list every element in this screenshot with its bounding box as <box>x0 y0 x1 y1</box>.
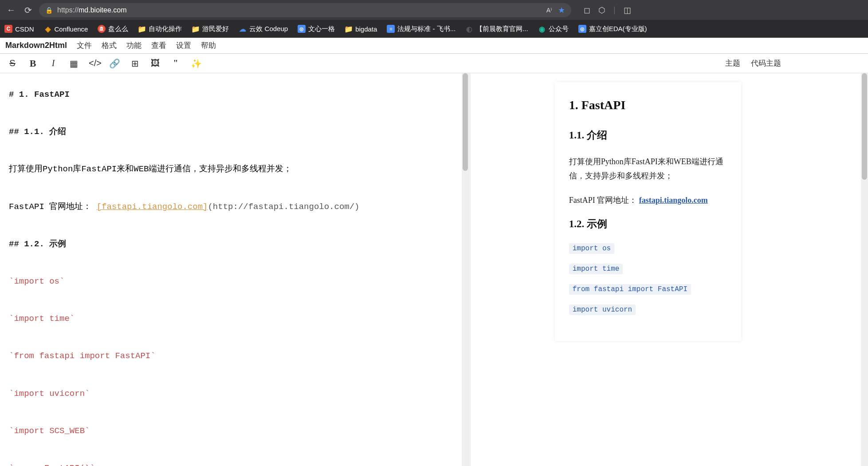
preview-code-line: import time <box>569 264 727 280</box>
folder-icon: 📁 <box>138 25 146 33</box>
table-icon[interactable]: ⊞ <box>130 58 140 69</box>
pan-icon: 盘 <box>98 25 106 33</box>
menu-help[interactable]: 帮助 <box>201 40 216 51</box>
bookmark-gongzhonghao[interactable]: ◉ 公众号 <box>538 25 569 33</box>
bookmark-csdn[interactable]: C CSDN <box>4 25 34 33</box>
read-aloud-icon[interactable]: A⁾ <box>546 7 552 14</box>
editor-line: `from fastapi import FastAPI` <box>9 348 460 364</box>
theme-button[interactable]: 主题 <box>725 58 740 68</box>
preview-scrollbar-thumb[interactable] <box>862 73 867 180</box>
preview-paragraph: 打算使用Python库FastAPI来和WEB端进行通信，支持异步和多线程并发； <box>569 154 727 183</box>
preview-code-line: import os <box>569 243 727 259</box>
csdn-icon: C <box>4 25 12 33</box>
bookmark-jlc[interactable]: ◎ 嘉立创EDA(专业版) <box>578 25 647 33</box>
browser-address-bar: ← ⟳ 🔒 https://md.bioitee.com A⁾ ★ ◻ ⬡ | … <box>0 0 868 20</box>
editor-line <box>9 404 460 420</box>
divider-icon: | <box>613 5 616 15</box>
preview-code-line: import uvicorn <box>569 304 727 320</box>
editor-line: # 1. FastAPI <box>9 87 460 103</box>
editor-line: 打算使用Python库FastAPI来和WEB端进行通信，支持异步和多线程并发； <box>9 161 460 177</box>
editor-line <box>9 105 460 121</box>
bookmark-label: 自动化操作 <box>149 25 182 33</box>
preview-h2-intro: 1.1. 介绍 <box>569 128 727 142</box>
menu-settings[interactable]: 设置 <box>176 40 191 51</box>
preview-code-line: from fastapi import FastAPI <box>569 284 727 300</box>
folder-icon: 📁 <box>192 25 200 33</box>
editor-line <box>9 255 460 271</box>
jlc-icon: ◎ <box>578 25 586 33</box>
extensions-icon[interactable]: ⬡ <box>598 5 605 15</box>
editor-line: `import SCS_WEB` <box>9 423 460 439</box>
editor-line <box>9 367 460 383</box>
folder-icon: 📁 <box>345 25 353 33</box>
bookmark-wenxin[interactable]: ◎ 文心一格 <box>298 25 335 33</box>
preview-link-paragraph: FastAPI 官网地址： fastapi.tiangolo.com <box>569 193 727 207</box>
feishu-icon: ≡ <box>387 25 395 33</box>
editor-scrollbar[interactable] <box>462 73 469 466</box>
image-icon[interactable]: 🖼 <box>150 58 161 68</box>
preview-h1: 1. FastAPI <box>569 98 727 112</box>
bookmark-label: Confluence <box>55 25 88 33</box>
menu-format[interactable]: 格式 <box>102 40 117 51</box>
bookmark-codeup[interactable]: ☁ 云效 Codeup <box>239 25 288 33</box>
bookmark-automation[interactable]: 📁 自动化操作 <box>138 25 182 33</box>
yun-icon: ☁ <box>239 25 247 33</box>
bookmark-label: 法规与标准 - 飞书... <box>397 25 456 33</box>
app-menu-bar: Markdown2Html 文件 格式 功能 查看 设置 帮助 <box>0 38 868 54</box>
bookmark-panmeme[interactable]: 盘 盘么么 <box>98 25 128 33</box>
editor-line <box>9 217 460 233</box>
lock-icon: 🔒 <box>45 7 53 14</box>
bookmark-label: 嘉立创EDA(专业版) <box>589 25 647 33</box>
editor-line <box>9 329 460 345</box>
code-theme-button[interactable]: 代码主题 <box>751 58 781 68</box>
menu-function[interactable]: 功能 <box>126 40 141 51</box>
back-button[interactable]: ← <box>5 5 17 15</box>
strikethrough-icon[interactable]: S <box>7 58 18 68</box>
editor-line: ## 1.1. 介绍 <box>9 124 460 140</box>
link-icon[interactable]: 🔗 <box>109 58 120 69</box>
preview-link[interactable]: fastapi.tiangolo.com <box>639 196 708 205</box>
editor-line <box>9 292 460 308</box>
bookmark-label: 盘么么 <box>108 25 128 33</box>
bookmark-label: 云效 Codeup <box>249 25 288 33</box>
code-icon[interactable]: </> <box>89 58 99 68</box>
gong-icon: ◉ <box>538 25 546 33</box>
preview-card: 1. FastAPI 1.1. 介绍 打算使用Python库FastAPI来和W… <box>555 82 741 341</box>
editor-scrollbar-thumb[interactable] <box>463 73 468 171</box>
main-split-view: # 1. FastAPI ## 1.1. 介绍 打算使用Python库FastA… <box>0 73 868 466</box>
qianchen-icon: ◐ <box>465 25 473 33</box>
bookmark-label: 【前晨教育官网... <box>476 25 528 33</box>
bookmark-gamer[interactable]: 📁 游民爱好 <box>192 25 229 33</box>
menu-file[interactable]: 文件 <box>77 40 92 51</box>
editor-line <box>9 180 460 196</box>
italic-icon[interactable]: I <box>48 58 59 68</box>
app-title: Markdown2Html <box>5 41 67 50</box>
editor-line: `import uvicorn` <box>9 386 460 402</box>
bookmark-label: bigdata <box>355 25 377 33</box>
url-bar[interactable]: 🔒 https://md.bioitee.com A⁾ ★ <box>39 3 571 17</box>
bookmark-label: 文心一格 <box>308 25 335 33</box>
editor-line: ## 1.2. 示例 <box>9 236 460 252</box>
editor-toolbar: S B I ▦ </> 🔗 ⊞ 🖼 " ✨ 主题 代码主题 <box>0 54 868 73</box>
split-screen-icon[interactable]: ◫ <box>624 5 631 15</box>
bookmark-label: CSDN <box>15 25 34 33</box>
bookmark-icon[interactable]: ◻ <box>584 5 590 15</box>
refresh-button[interactable]: ⟳ <box>22 5 34 16</box>
wenxin-icon: ◎ <box>298 25 306 33</box>
editor-line: `app = FastAPI()` <box>9 460 460 466</box>
quote-icon[interactable]: " <box>170 58 181 68</box>
preview-scrollbar[interactable] <box>861 73 868 466</box>
menu-view[interactable]: 查看 <box>151 40 166 51</box>
bookmark-feishu[interactable]: ≡ 法规与标准 - 飞书... <box>387 25 456 33</box>
confluence-icon: ◈ <box>44 25 52 33</box>
markdown-editor[interactable]: # 1. FastAPI ## 1.1. 介绍 打算使用Python库FastA… <box>0 73 469 466</box>
bold-icon[interactable]: B <box>27 58 38 69</box>
bookmark-qianchen[interactable]: ◐ 【前晨教育官网... <box>465 25 528 33</box>
heading-icon[interactable]: ▦ <box>68 58 79 69</box>
favorite-star-icon[interactable]: ★ <box>558 5 565 15</box>
bookmark-confluence[interactable]: ◈ Confluence <box>44 25 88 33</box>
editor-line: FastAPI 官网地址： [fastapi.tiangolo.com](htt… <box>9 199 460 215</box>
magic-icon[interactable]: ✨ <box>191 58 201 69</box>
url-text: https://md.bioitee.com <box>57 6 127 14</box>
bookmark-bigdata[interactable]: 📁 bigdata <box>345 25 377 33</box>
